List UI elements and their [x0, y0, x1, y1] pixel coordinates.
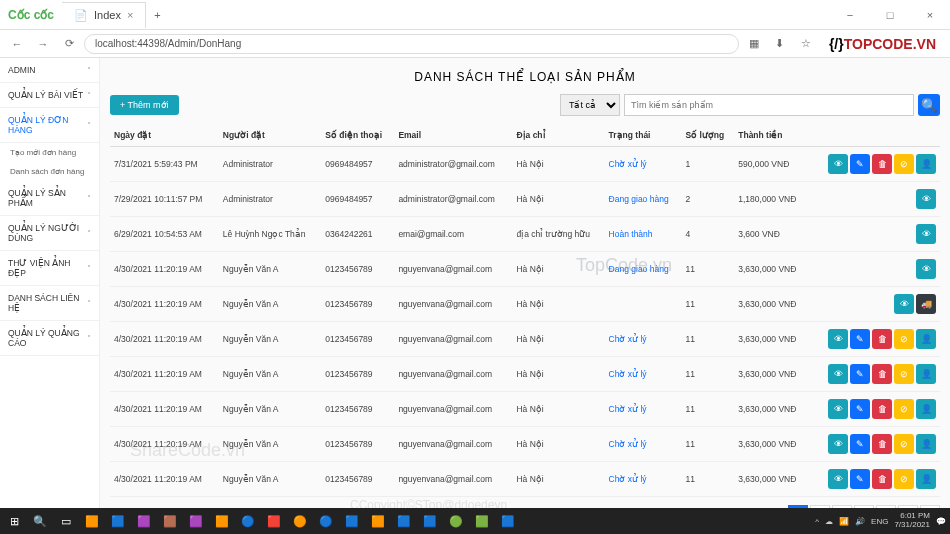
edit-button[interactable]: ✎ [850, 469, 870, 489]
app-icon[interactable]: 🟦 [420, 511, 440, 531]
edit-button[interactable]: ✎ [850, 329, 870, 349]
app-icon[interactable]: 🟧 [368, 511, 388, 531]
sidebar-item[interactable]: QUẢN LÝ ĐƠN HÀNG˄ [0, 108, 99, 143]
edit-button[interactable]: ✎ [850, 364, 870, 384]
app-icon[interactable]: 🟦 [498, 511, 518, 531]
ship-button[interactable]: 🚚 [916, 294, 936, 314]
cloud-icon[interactable]: ☁ [825, 517, 833, 526]
sidebar-item[interactable]: QUẢN LÝ QUẢNG CÁO˅ [0, 321, 99, 356]
browser-tab[interactable]: 📄 Index × [62, 2, 146, 28]
view-button[interactable]: 👁 [916, 259, 936, 279]
status-link[interactable]: Đang giao hàng [609, 194, 669, 204]
cell-user: Lê Huỳnh Ngọc Thản [219, 217, 321, 252]
status-link[interactable]: Chờ xử lý [609, 159, 647, 169]
app-icon[interactable]: 🟪 [134, 511, 154, 531]
app-icon[interactable]: 🔵 [238, 511, 258, 531]
view-button[interactable]: 👁 [916, 224, 936, 244]
edit-button[interactable]: ✎ [850, 434, 870, 454]
language-indicator[interactable]: ENG [871, 517, 888, 526]
view-button[interactable]: 👁 [916, 189, 936, 209]
tray-chevron-icon[interactable]: ^ [815, 517, 819, 526]
view-button[interactable]: 👁 [894, 294, 914, 314]
view-button[interactable]: 👁 [828, 434, 848, 454]
sidebar-subitem[interactable]: Tạo mới đơn hàng [0, 143, 99, 162]
status-link[interactable]: Chờ xử lý [609, 439, 647, 449]
user-button[interactable]: 👤 [916, 154, 936, 174]
app-icon[interactable]: 🟦 [108, 511, 128, 531]
sidebar-subitem[interactable]: Danh sách đơn hàng [0, 162, 99, 181]
sidebar-item[interactable]: QUẢN LÝ BÀI VIẾT˅ [0, 83, 99, 108]
sidebar-item[interactable]: QUẢN LÝ SẢN PHẨM˅ [0, 181, 99, 216]
delete-button[interactable]: 🗑 [872, 154, 892, 174]
app-icon[interactable]: 🟦 [342, 511, 362, 531]
app-icon[interactable]: 🟫 [160, 511, 180, 531]
app-icon[interactable]: 🟧 [82, 511, 102, 531]
app-icon[interactable]: 🟦 [394, 511, 414, 531]
block-button[interactable]: ⊘ [894, 434, 914, 454]
url-input[interactable] [84, 34, 739, 54]
maximize-button[interactable]: □ [870, 0, 910, 30]
block-button[interactable]: ⊘ [894, 399, 914, 419]
status-link[interactable]: Chờ xử lý [609, 404, 647, 414]
sidebar-item[interactable]: ADMIN˅ [0, 58, 99, 83]
user-button[interactable]: 👤 [916, 329, 936, 349]
delete-button[interactable]: 🗑 [872, 364, 892, 384]
search-input[interactable] [624, 94, 914, 116]
minimize-button[interactable]: − [830, 0, 870, 30]
app-icon[interactable]: 🟧 [212, 511, 232, 531]
wifi-icon[interactable]: 📶 [839, 517, 849, 526]
view-button[interactable]: 👁 [828, 364, 848, 384]
delete-button[interactable]: 🗑 [872, 434, 892, 454]
delete-button[interactable]: 🗑 [872, 469, 892, 489]
app-icon[interactable]: 🔵 [316, 511, 336, 531]
delete-button[interactable]: 🗑 [872, 399, 892, 419]
sidebar-item[interactable]: QUẢN LÝ NGƯỜI DÙNG˅ [0, 216, 99, 251]
search-button[interactable]: 🔍 [918, 94, 940, 116]
app-icon[interactable]: 🟢 [446, 511, 466, 531]
user-button[interactable]: 👤 [916, 364, 936, 384]
filter-select[interactable]: Tất cả [560, 94, 620, 116]
scan-icon[interactable]: ▦ [743, 33, 765, 55]
app-icon[interactable]: 🟥 [264, 511, 284, 531]
view-button[interactable]: 👁 [828, 399, 848, 419]
status-link[interactable]: Chờ xử lý [609, 334, 647, 344]
star-icon[interactable]: ☆ [795, 33, 817, 55]
user-button[interactable]: 👤 [916, 434, 936, 454]
cell-email: nguyenvana@gmail.com [394, 287, 512, 322]
block-button[interactable]: ⊘ [894, 469, 914, 489]
clock-date[interactable]: 7/31/2021 [894, 521, 930, 530]
edit-button[interactable]: ✎ [850, 154, 870, 174]
app-icon[interactable]: 🟪 [186, 511, 206, 531]
view-button[interactable]: 👁 [828, 329, 848, 349]
start-button[interactable]: ⊞ [4, 511, 24, 531]
block-button[interactable]: ⊘ [894, 154, 914, 174]
view-button[interactable]: 👁 [828, 154, 848, 174]
edit-button[interactable]: ✎ [850, 399, 870, 419]
sidebar-item[interactable]: THƯ VIỆN ẢNH ĐẸP˅ [0, 251, 99, 286]
reload-button[interactable]: ⟳ [58, 33, 80, 55]
block-button[interactable]: ⊘ [894, 364, 914, 384]
user-button[interactable]: 👤 [916, 399, 936, 419]
task-view-icon[interactable]: ▭ [56, 511, 76, 531]
status-link[interactable]: Chờ xử lý [609, 369, 647, 379]
status-link[interactable]: Đang giao hàng [609, 264, 669, 274]
app-icon[interactable]: 🟠 [290, 511, 310, 531]
new-tab-button[interactable]: + [146, 4, 168, 26]
delete-button[interactable]: 🗑 [872, 329, 892, 349]
status-link[interactable]: Hoàn thành [609, 229, 653, 239]
back-button[interactable]: ← [6, 33, 28, 55]
forward-button[interactable]: → [32, 33, 54, 55]
close-button[interactable]: × [910, 0, 950, 30]
close-icon[interactable]: × [127, 9, 133, 21]
sidebar-item[interactable]: DANH SÁCH LIÊN HỆ˅ [0, 286, 99, 321]
search-icon[interactable]: 🔍 [30, 511, 50, 531]
user-button[interactable]: 👤 [916, 469, 936, 489]
download-icon[interactable]: ⬇ [769, 33, 791, 55]
volume-icon[interactable]: 🔊 [855, 517, 865, 526]
add-button[interactable]: + Thêm mới [110, 95, 179, 115]
app-icon[interactable]: 🟩 [472, 511, 492, 531]
status-link[interactable]: Chờ xử lý [609, 474, 647, 484]
block-button[interactable]: ⊘ [894, 329, 914, 349]
notification-icon[interactable]: 💬 [936, 517, 946, 526]
view-button[interactable]: 👁 [828, 469, 848, 489]
